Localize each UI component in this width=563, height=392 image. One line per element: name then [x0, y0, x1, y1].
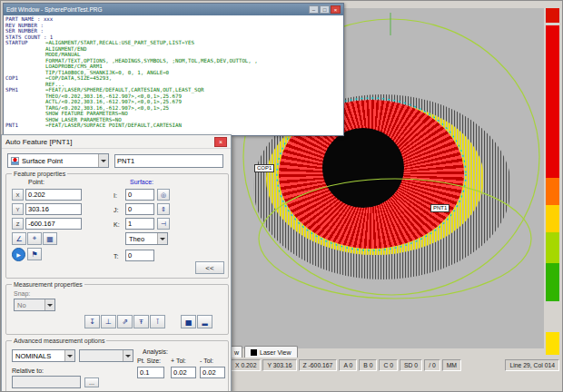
status-cell: Y 303.16: [262, 359, 296, 371]
pin-tool-button[interactable]: ⚑: [27, 248, 42, 260]
chevron-down-icon: [157, 233, 167, 244]
point-label: Point:: [28, 178, 44, 186]
analysis-tool-button[interactable]: ▅: [181, 315, 196, 328]
snap-dropdown[interactable]: No: [14, 299, 55, 311]
chevron-down-icon: [64, 350, 74, 361]
measurement-tool-button[interactable]: ⇗: [117, 315, 133, 328]
color-scale-segment: [546, 8, 559, 23]
axis-z-button[interactable]: Z: [12, 218, 24, 230]
relative-to-label: Relative to:: [12, 367, 44, 375]
t-input[interactable]: [125, 250, 154, 261]
measurement-toolbar-a: ↧⊥⇗Ŧ⊺: [84, 315, 166, 328]
close-button[interactable]: ×: [331, 5, 341, 14]
feature-type-value: Surface Point: [22, 157, 63, 165]
target-tool-button[interactable]: ⌖: [27, 232, 42, 245]
edit-window-title: Edit Window - SpherePointTest.PRG: [6, 6, 308, 13]
tab-label: Laser View: [260, 349, 291, 356]
pt-size-label: Pt. Size:: [137, 357, 168, 365]
i-label: I:: [114, 191, 117, 200]
test-play-button[interactable]: ▶: [12, 248, 25, 261]
minimize-button[interactable]: –: [309, 5, 319, 14]
k-label: K:: [114, 220, 120, 229]
feature-type-dropdown[interactable]: Surface Point: [7, 153, 109, 168]
measurement-tool-button[interactable]: ↧: [84, 315, 100, 328]
edit-window-titlebar[interactable]: Edit Window - SpherePointTest.PRG – □ ×: [4, 4, 343, 15]
plus-tol-field: + Tol:: [171, 357, 198, 378]
status-cell: C 0: [379, 359, 398, 371]
feature-label: COP1: [254, 164, 274, 172]
point-x-input[interactable]: [25, 189, 82, 201]
dialog-titlebar[interactable]: Auto Feature [PNT1] ×: [2, 135, 231, 149]
feature-label: PNT1: [430, 204, 449, 212]
pt-size-input[interactable]: [137, 367, 164, 378]
color-scale-segment: [546, 25, 559, 178]
measurement-toolbar-b: ▅▂: [181, 315, 213, 328]
color-scale-segment: [546, 232, 559, 263]
k-input[interactable]: [125, 218, 154, 230]
editor-code[interactable]: PART NAME : xxxREV NUMBER :SER NUMBER :S…: [4, 15, 343, 135]
tab-laser-view[interactable]: Laser View: [244, 346, 298, 358]
advanced-options-group: Advanced measurement options NOMINALS An…: [5, 340, 229, 392]
color-scale-segment: [546, 263, 559, 301]
minus-tol-input[interactable]: [200, 367, 225, 378]
surface-pick-icon[interactable]: ◎: [157, 189, 170, 201]
plus-tol-input[interactable]: [171, 367, 196, 378]
plus-tol-label: + Tol:: [171, 357, 198, 365]
feature-properties-group: Feature properties Point: Surface: X Y Z…: [5, 173, 229, 279]
dialog-title: Auto Feature [PNT1]: [5, 138, 72, 146]
vector-flip-icon[interactable]: ⇕: [157, 203, 170, 215]
axis-x-button[interactable]: X: [12, 189, 24, 201]
theo-value: Theo: [129, 235, 144, 243]
edit-window: Edit Window - SpherePointTest.PRG – □ × …: [3, 3, 344, 136]
minus-tol-field: - Tol:: [200, 357, 227, 378]
editor-line: PNT1=FEAT/LASER/SURFACE POINT/DEFAULT,CA…: [5, 122, 341, 129]
analysis-label: Analysis:: [143, 348, 168, 356]
feature-toolbar-row1: ∠ ⌖ ▦: [12, 232, 58, 245]
collapse-dialog-button[interactable]: <<: [195, 261, 224, 274]
nominals-mode-dropdown[interactable]: [79, 349, 133, 362]
point-z-input[interactable]: [25, 218, 82, 230]
chevron-down-icon: [98, 154, 108, 167]
maximize-button[interactable]: □: [320, 5, 330, 14]
analysis-tool-button[interactable]: ▂: [197, 315, 212, 328]
measurement-properties-group: Measurement properties Snap: No ↧⊥⇗Ŧ⊺ ▅▂: [5, 284, 229, 335]
vector-normalize-icon[interactable]: ⊣: [157, 218, 170, 230]
measurement-tool-button[interactable]: ⊥: [101, 315, 116, 328]
snap-value: No: [17, 301, 26, 309]
grid-tool-button[interactable]: ▦: [43, 232, 57, 245]
status-cell: Z -600.167: [299, 359, 338, 371]
laser-view-icon: [251, 349, 257, 356]
measurement-tool-button[interactable]: ⊺: [150, 315, 165, 328]
t-label: T:: [114, 252, 118, 260]
i-input[interactable]: [125, 189, 154, 201]
auto-feature-dialog: Auto Feature [PNT1] × Surface Point Feat…: [1, 134, 232, 392]
dialog-close-button[interactable]: ×: [214, 137, 227, 147]
status-cell: / 0: [424, 359, 440, 371]
minus-tol-label: - Tol:: [200, 357, 227, 365]
group-label: Measurement properties: [12, 280, 84, 289]
color-scale: [546, 8, 559, 355]
color-scale-segment: [546, 205, 559, 232]
tab-graphics-view-partial[interactable]: w: [231, 346, 242, 358]
status-cell: Line 29, Col 014: [505, 359, 559, 371]
angle-tool-button[interactable]: ∠: [12, 232, 26, 245]
feature-name-input[interactable]: [114, 154, 223, 168]
j-label: J:: [114, 206, 118, 214]
status-cell: X 0.202: [231, 359, 261, 371]
status-cell: SD 0: [400, 359, 422, 371]
browse-button[interactable]: ...: [84, 377, 99, 387]
group-label: Advanced measurement options: [12, 337, 106, 345]
tab-label: w: [234, 349, 239, 356]
pt-size-field: Pt. Size:: [137, 357, 168, 378]
status-cell: B 0: [359, 359, 377, 371]
axis-y-button[interactable]: Y: [12, 203, 24, 215]
snap-label: Snap:: [14, 289, 30, 298]
application-window: COP1PNT1 w Laser View X 0.202Y 303.16Z -…: [0, 0, 563, 392]
theo-dropdown[interactable]: Theo: [125, 232, 168, 245]
measurement-tool-button[interactable]: Ŧ: [133, 315, 149, 328]
nominals-dropdown[interactable]: NOMINALS: [12, 349, 75, 362]
j-input[interactable]: [125, 203, 154, 215]
group-label: Feature properties: [12, 170, 67, 178]
point-y-input[interactable]: [25, 203, 82, 215]
relative-to-input: [12, 376, 81, 388]
